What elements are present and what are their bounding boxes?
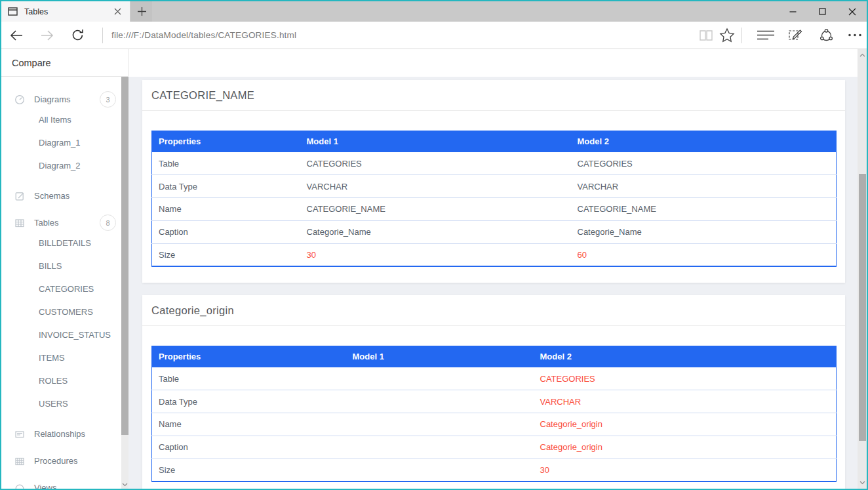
sidebar-item-label: Procedures xyxy=(34,456,77,466)
scroll-down-icon[interactable] xyxy=(122,483,128,487)
page-icon xyxy=(8,7,18,16)
card-title-text: Categorie_origin xyxy=(151,304,234,317)
url-field[interactable]: file:///F:/DataModel/tables/CATEGORIES.h… xyxy=(111,22,296,49)
sidebar-item-customers[interactable]: CUSTOMERS xyxy=(1,300,121,323)
page-scrollbar[interactable] xyxy=(858,49,867,489)
sidebar-item-schemas[interactable]: Schemas xyxy=(1,184,121,207)
views-icon xyxy=(14,483,25,489)
comparison-table: Properties Model 1 Model 2 Table CATEGOR… xyxy=(151,131,837,267)
sidebar-item-users[interactable]: USERS xyxy=(1,392,121,415)
cell-model2-diff: Categorie_origin xyxy=(534,413,837,436)
sidebar-item-label: CUSTOMERS xyxy=(39,307,93,317)
sidebar-item-label: ROLES xyxy=(39,376,68,386)
sidebar-item-label: Diagram_1 xyxy=(39,138,81,148)
sidebar-scrollbar-thumb[interactable] xyxy=(121,77,128,435)
table-header-row: Properties Model 1 Model 2 xyxy=(152,131,837,152)
cell-property: Table xyxy=(152,152,300,175)
sidebar-item-label: Tables xyxy=(34,218,59,228)
cell-model1: Categorie_Name xyxy=(300,220,571,243)
cell-property: Caption xyxy=(152,436,346,459)
cell-model2: CATEGORIE_NAME xyxy=(571,198,837,221)
column-header-model2: Model 2 xyxy=(571,131,837,152)
share-button[interactable] xyxy=(815,22,837,49)
favorites-star-button[interactable] xyxy=(716,22,738,49)
sidebar-item-label: Diagrams xyxy=(34,94,71,104)
cell-model2-diff: CATEGORIES xyxy=(534,367,837,390)
cell-model2: VARCHAR xyxy=(571,175,837,198)
sidebar-item-roles[interactable]: ROLES xyxy=(1,369,121,392)
sidebar-item-categories[interactable]: CATEGORIES xyxy=(1,277,121,300)
sidebar-item-diagram-2[interactable]: Diagram_2 xyxy=(1,154,121,177)
column-header-properties: Properties xyxy=(152,346,346,367)
sidebar-item-all-items[interactable]: All Items xyxy=(1,108,121,131)
cell-property: Name xyxy=(152,198,300,221)
scroll-down-icon[interactable] xyxy=(859,481,865,485)
sidebar-item-billdetails[interactable]: BILLDETAILS xyxy=(1,232,121,255)
sidebar-item-label: INVOICE_STATUS xyxy=(39,330,111,340)
url-text: file:///F:/DataModel/tables/CATEGORIES.h… xyxy=(111,30,296,40)
cell-model2-diff: 60 xyxy=(571,243,837,266)
relationships-icon xyxy=(14,429,25,439)
reading-view-button xyxy=(695,22,717,49)
scroll-up-icon[interactable] xyxy=(859,53,865,57)
cell-model1 xyxy=(346,390,534,413)
sidebar-item-label: All Items xyxy=(39,115,71,125)
minimize-button[interactable] xyxy=(778,1,808,22)
cell-property: Size xyxy=(152,459,346,481)
sidebar-item-diagrams[interactable]: Diagrams 3 xyxy=(1,88,121,111)
tab-close-icon[interactable] xyxy=(111,6,123,18)
browser-tab[interactable]: Tables xyxy=(1,1,130,22)
count-badge: 3 xyxy=(100,91,116,108)
table-row: Table CATEGORIES xyxy=(152,367,837,390)
cell-model2: CATEGORIES xyxy=(571,152,837,175)
cell-property: Size xyxy=(152,243,300,266)
cell-model1 xyxy=(346,413,534,436)
sidebar-item-procedures[interactable]: Procedures xyxy=(1,449,121,472)
back-button[interactable] xyxy=(5,22,28,49)
sidebar-item-label: Diagram_2 xyxy=(39,161,81,171)
refresh-button[interactable] xyxy=(66,22,89,49)
sidebar-scrollbar[interactable] xyxy=(121,77,128,489)
web-note-button[interactable] xyxy=(784,22,806,49)
schemas-icon xyxy=(14,191,25,201)
sidebar-item-tables[interactable]: Tables 8 xyxy=(1,211,121,234)
sidebar-item-invoice-status[interactable]: INVOICE_STATUS xyxy=(1,323,121,346)
sidebar-item-diagram-1[interactable]: Diagram_1 xyxy=(1,131,121,154)
table-row: Size 30 60 xyxy=(152,243,837,266)
table-row: Caption Categorie_Name Categorie_Name xyxy=(152,220,837,243)
sidebar-item-bills[interactable]: BILLS xyxy=(1,255,121,277)
column-header-model2: Model 2 xyxy=(534,346,837,367)
more-options-button[interactable] xyxy=(844,22,866,49)
new-tab-button[interactable] xyxy=(131,1,152,22)
cell-model1: CATEGORIE_NAME xyxy=(300,198,571,221)
cell-model1 xyxy=(346,459,534,481)
close-button[interactable] xyxy=(837,1,867,22)
window-controls xyxy=(778,1,867,22)
tables-icon xyxy=(14,218,25,228)
cell-model1 xyxy=(346,436,534,459)
procedures-icon xyxy=(14,456,25,466)
table-row: Data Type VARCHAR VARCHAR xyxy=(152,175,837,198)
table-row: Name Categorie_origin xyxy=(152,413,837,436)
column-header-model1: Model 1 xyxy=(300,131,571,152)
table-row: Size 30 xyxy=(152,459,837,481)
sidebar-item-relationships[interactable]: Relationships xyxy=(1,422,121,445)
sidebar-item-items[interactable]: ITEMS xyxy=(1,346,121,369)
hub-button[interactable] xyxy=(755,22,777,49)
maximize-button[interactable] xyxy=(808,1,837,22)
cell-property: Caption xyxy=(152,220,300,243)
cell-model1 xyxy=(346,367,534,390)
sidebar-item-views[interactable]: Views xyxy=(1,476,121,489)
sidebar-nav: Diagrams 3 All Items Diagram_1 Diagram_2… xyxy=(1,77,121,489)
count-badge: 8 xyxy=(100,214,116,231)
sidebar-item-label: Views xyxy=(34,483,56,489)
tab-title: Tables xyxy=(24,7,111,16)
table-row: Table CATEGORIES CATEGORIES xyxy=(152,152,837,175)
page-scrollbar-thumb[interactable] xyxy=(859,174,866,441)
cell-property: Table xyxy=(152,367,346,390)
cell-model2: Categorie_Name xyxy=(571,220,837,243)
forward-button xyxy=(36,22,58,49)
table-row: Caption Categorie_origin xyxy=(152,436,837,459)
plus-icon xyxy=(137,7,147,16)
cell-model2-diff: Categorie_origin xyxy=(534,436,837,459)
